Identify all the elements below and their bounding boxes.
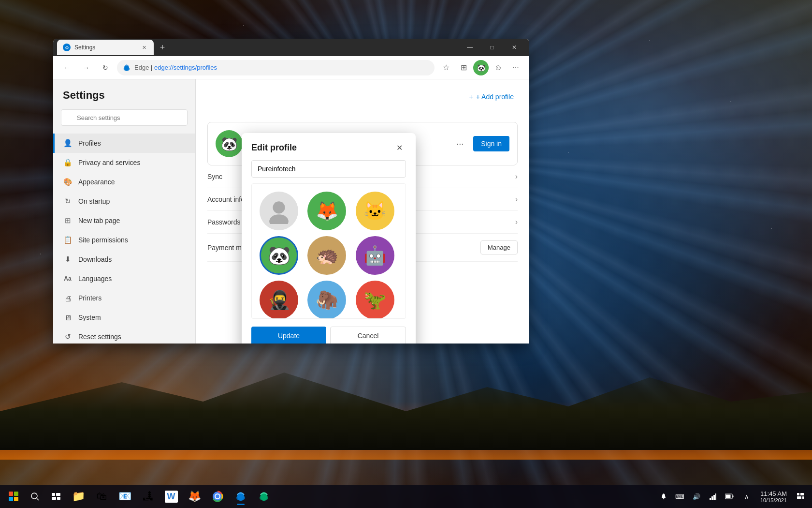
avatar-option-cat[interactable]: 🐱 bbox=[356, 192, 394, 230]
avatar-grid: 🦊 🐱 🐼 🦔 🤖 🥷 bbox=[252, 184, 406, 319]
windows-logo-icon bbox=[9, 492, 18, 501]
sidebar-item-appearance[interactable]: 🎨 Appearance bbox=[53, 172, 195, 192]
passwords-chevron-icon: › bbox=[515, 218, 518, 226]
svg-rect-7 bbox=[56, 493, 60, 496]
taskbar-store[interactable]: 🛍 bbox=[91, 487, 112, 506]
minimize-button[interactable]: — bbox=[459, 39, 481, 56]
search-settings-input[interactable] bbox=[61, 109, 188, 126]
taskbar-photos[interactable]: 🏞 bbox=[137, 487, 159, 506]
svg-line-5 bbox=[37, 498, 39, 500]
sidebar-item-system[interactable]: 🖥 System bbox=[53, 308, 195, 327]
sidebar-label-privacy: Privacy and services bbox=[78, 159, 140, 166]
svg-rect-8 bbox=[52, 497, 56, 500]
languages-icon: Aa bbox=[63, 274, 72, 284]
avatar-option-yeti[interactable]: 🦣 bbox=[307, 281, 346, 319]
sidebar-label-appearance: Appearance bbox=[78, 178, 115, 186]
sidebar-item-startup[interactable]: ↻ On startup bbox=[53, 192, 195, 211]
svg-rect-25 bbox=[797, 493, 799, 495]
address-bar: ← → ↻ Edge | edge://settings/profiles ☆ … bbox=[53, 56, 529, 79]
favorites-button[interactable]: ☆ bbox=[438, 60, 454, 75]
active-tab[interactable]: ⚙ Settings ✕ bbox=[57, 40, 154, 55]
refresh-button[interactable]: ↻ bbox=[98, 60, 113, 75]
update-button[interactable]: Update bbox=[251, 327, 326, 344]
sidebar-label-downloads: Downloads bbox=[78, 255, 112, 263]
taskbar-chrome[interactable] bbox=[207, 487, 228, 506]
svg-rect-24 bbox=[725, 495, 730, 498]
cancel-button[interactable]: Cancel bbox=[330, 327, 406, 344]
sidebar-label-permissions: Site permissions bbox=[78, 236, 128, 244]
tray-volume-icon[interactable]: 🔊 bbox=[689, 489, 704, 504]
profile-avatar: 🐼 bbox=[216, 130, 243, 157]
tab-close-button[interactable]: ✕ bbox=[140, 44, 148, 51]
taskbar-outlook[interactable]: 📧 bbox=[114, 487, 135, 506]
sidebar-item-languages[interactable]: Aa Languages bbox=[53, 269, 195, 288]
avatar-option-ninja[interactable]: 🥷 bbox=[260, 281, 298, 319]
add-profile-button[interactable]: + + Add profile bbox=[465, 91, 518, 103]
sidebar-item-profiles[interactable]: 👤 Profiles bbox=[53, 134, 195, 153]
taskbar-edge[interactable] bbox=[230, 487, 251, 506]
tray-notifications-icon[interactable] bbox=[656, 489, 671, 504]
modal-close-button[interactable]: ✕ bbox=[392, 141, 406, 154]
avatar-option-dino[interactable]: 🦖 bbox=[356, 281, 394, 319]
task-view-button[interactable] bbox=[46, 487, 66, 506]
svg-point-2 bbox=[273, 201, 285, 213]
address-bar-input[interactable]: Edge | edge://settings/profiles bbox=[117, 60, 435, 75]
sidebar-label-startup: On startup bbox=[78, 197, 110, 205]
search-button[interactable] bbox=[25, 487, 44, 506]
more-button[interactable]: ··· bbox=[508, 60, 523, 75]
window-controls: — □ ✕ bbox=[459, 39, 525, 56]
profile-name-input[interactable] bbox=[251, 160, 406, 178]
permissions-icon: 📋 bbox=[63, 235, 72, 245]
search-settings-wrapper: 🔍 bbox=[61, 109, 188, 126]
sidebar-item-permissions[interactable]: 📋 Site permissions bbox=[53, 230, 195, 250]
sidebar-label-system: System bbox=[78, 314, 101, 321]
settings-sidebar: Settings 🔍 👤 Profiles 🔒 Privacy and serv… bbox=[53, 79, 196, 344]
sidebar-item-printers[interactable]: 🖨 Printers bbox=[53, 288, 195, 308]
notification-center-icon[interactable] bbox=[793, 489, 808, 504]
sidebar-item-downloads[interactable]: ⬇ Downloads bbox=[53, 250, 195, 269]
sidebar-item-newtab[interactable]: ⊞ New tab page bbox=[53, 211, 195, 230]
sidebar-label-profiles: Profiles bbox=[78, 139, 101, 147]
avatar-option-hedgehog[interactable]: 🦔 bbox=[307, 236, 346, 275]
add-profile-plus-icon: + bbox=[469, 93, 473, 101]
profile-more-options-button[interactable]: ··· bbox=[452, 137, 467, 151]
manage-button[interactable]: Manage bbox=[480, 240, 518, 254]
tray-chevron-icon[interactable]: ∧ bbox=[739, 489, 754, 504]
tray-battery-icon[interactable] bbox=[722, 489, 737, 504]
address-separator: | bbox=[151, 64, 154, 71]
taskbar-edge-dev[interactable] bbox=[253, 487, 275, 506]
profile-button[interactable]: 🐼 bbox=[473, 60, 489, 75]
avatar-option-robot[interactable]: 🤖 bbox=[356, 236, 394, 275]
avatar-option-panda[interactable]: 🐼 bbox=[260, 236, 298, 275]
taskbar-firefox[interactable]: 🦊 bbox=[184, 487, 205, 506]
clock[interactable]: 11:45 AM 10/15/2021 bbox=[756, 490, 791, 503]
svg-point-4 bbox=[31, 493, 37, 499]
emoji-button[interactable]: ☺ bbox=[491, 60, 506, 75]
settings-title: Settings bbox=[53, 89, 195, 109]
close-button[interactable]: ✕ bbox=[503, 39, 525, 56]
new-tab-button[interactable]: + bbox=[156, 41, 169, 54]
startup-icon: ↻ bbox=[63, 196, 72, 206]
edit-profile-modal: Edit profile ✕ 🦊 🐱 bbox=[242, 133, 416, 344]
sidebar-label-languages: Languages bbox=[78, 275, 112, 283]
tray-keyboard-icon[interactable]: ⌨ bbox=[672, 489, 688, 504]
edge-brand-text: Edge bbox=[134, 64, 149, 71]
taskbar-file-explorer[interactable]: 📁 bbox=[68, 487, 89, 506]
start-button[interactable] bbox=[4, 487, 23, 506]
avatar-option-default[interactable] bbox=[260, 192, 298, 230]
sidebar-item-reset[interactable]: ↺ Reset settings bbox=[53, 327, 195, 344]
collections-button[interactable]: ⊞ bbox=[456, 60, 471, 75]
sidebar-item-privacy[interactable]: 🔒 Privacy and services bbox=[53, 153, 195, 172]
printers-icon: 🖨 bbox=[63, 293, 72, 303]
tray-network-icon[interactable] bbox=[705, 489, 721, 504]
sign-in-button[interactable]: Sign in bbox=[473, 136, 509, 151]
system-icon: 🖥 bbox=[63, 313, 72, 322]
forward-button[interactable]: → bbox=[78, 60, 94, 75]
avatar-grid-container[interactable]: 🦊 🐱 🐼 🦔 🤖 🥷 bbox=[251, 183, 406, 319]
sync-chevron-icon: › bbox=[515, 172, 518, 181]
avatar-option-fox[interactable]: 🦊 bbox=[307, 192, 346, 230]
taskbar-word[interactable]: W bbox=[160, 487, 182, 506]
back-button[interactable]: ← bbox=[59, 60, 74, 75]
svg-rect-17 bbox=[663, 498, 664, 499]
maximize-button[interactable]: □ bbox=[481, 39, 503, 56]
